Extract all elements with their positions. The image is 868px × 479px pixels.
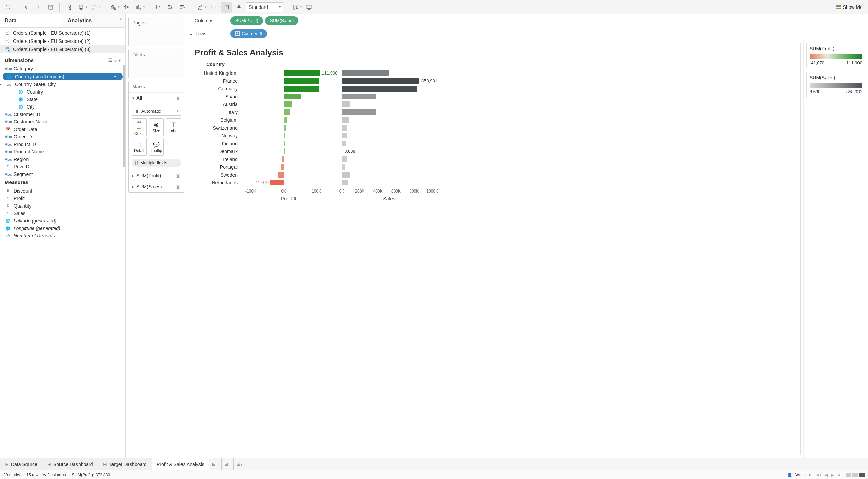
field-category[interactable]: AbcCategory: [0, 65, 125, 72]
size-button[interactable]: ◉Size: [149, 118, 164, 136]
tab-target-dashboard[interactable]: ⊞Target Dashboard: [98, 458, 152, 470]
presentation-icon[interactable]: [303, 2, 314, 13]
field-order-date[interactable]: 📅Order Date: [0, 126, 125, 133]
sales-bar[interactable]: [342, 100, 437, 108]
field-product-name[interactable]: AbcProduct Name: [0, 148, 125, 155]
sales-bar[interactable]: [342, 69, 437, 77]
profit-bar[interactable]: [241, 85, 336, 93]
profit-bar[interactable]: [241, 100, 336, 108]
profit-bar[interactable]: [241, 77, 336, 85]
profit-bar[interactable]: [241, 93, 336, 100]
pill-sum-sales[interactable]: SUM(Sales): [265, 16, 298, 25]
profit-bar[interactable]: [241, 116, 336, 124]
clear-sheet-icon[interactable]: [133, 2, 144, 13]
field-longitude[interactable]: 🌐Longitude (generated): [0, 225, 125, 232]
marks-all[interactable]: ▾All▯▯: [129, 92, 184, 103]
marks-sales[interactable]: ▸SUM(Sales)▯▯: [129, 181, 184, 192]
profit-bar[interactable]: [241, 171, 336, 179]
field-latitude[interactable]: 🌐Latitude (generated): [0, 217, 125, 225]
field-city[interactable]: 🌐City: [0, 103, 125, 111]
field-product-id[interactable]: AbcProduct ID: [0, 141, 125, 148]
group-icon[interactable]: [208, 2, 219, 13]
nav-first-icon[interactable]: ⏮: [816, 473, 822, 477]
filmstrip-view-icon[interactable]: [852, 473, 858, 477]
label-button[interactable]: ⊤Label: [166, 118, 181, 136]
sales-bar[interactable]: 858,931: [342, 77, 437, 85]
data-tab[interactable]: Data: [0, 14, 63, 27]
nav-next-icon[interactable]: ▶: [830, 473, 835, 477]
color-button[interactable]: Color: [132, 118, 147, 136]
field-row-id[interactable]: #Row ID: [0, 163, 125, 170]
viz-canvas[interactable]: Profit & Sales Analysis CountryUnited Ki…: [190, 43, 801, 455]
tab-data-source[interactable]: ⊞Data Source: [0, 458, 42, 470]
sales-bar[interactable]: [342, 108, 437, 116]
new-dashboard-tab-icon[interactable]: ⊞₊: [222, 458, 234, 470]
nav-prev-icon[interactable]: ◀: [823, 473, 829, 477]
pages-shelf[interactable]: Pages: [128, 17, 184, 46]
field-customer-name[interactable]: AbcCustomer Name: [0, 118, 125, 126]
highlight-icon[interactable]: [195, 2, 206, 13]
mark-type-dropdown[interactable]: ▯▯Automatic▾: [132, 106, 181, 116]
profit-bar[interactable]: [241, 147, 336, 155]
redo-icon[interactable]: [33, 2, 44, 13]
pill-sum-profit[interactable]: SUM(Profit): [230, 16, 263, 25]
sales-bar[interactable]: [342, 171, 437, 179]
sales-bar[interactable]: [342, 163, 437, 171]
menu-icon[interactable]: ▾: [119, 58, 121, 63]
field-order-id[interactable]: AbcOrder ID: [0, 133, 125, 141]
sales-bar[interactable]: [342, 116, 437, 124]
save-icon[interactable]: [45, 2, 56, 13]
undo-icon[interactable]: [21, 2, 32, 13]
user-dropdown[interactable]: 👤Admin▾: [784, 472, 813, 478]
field-profit[interactable]: #Profit: [0, 195, 125, 202]
profit-bar[interactable]: [241, 132, 336, 139]
tab-profit-sales[interactable]: Profit & Sales Analysis: [152, 458, 209, 470]
tab-source-dashboard[interactable]: ⊞Source Dashboard: [42, 458, 98, 470]
profit-bar[interactable]: [241, 124, 336, 132]
field-country-small[interactable]: 🌐Country (small regions): [3, 73, 123, 80]
profit-bar[interactable]: [241, 139, 336, 147]
field-discount[interactable]: #Discount: [0, 187, 125, 195]
sales-bar[interactable]: [342, 155, 437, 163]
detail-button[interactable]: ∷Detail: [132, 138, 147, 156]
profit-bar[interactable]: -41,070: [241, 179, 336, 186]
profit-bar[interactable]: [241, 163, 336, 171]
viz-title[interactable]: Profit & Sales Analysis: [193, 48, 797, 57]
pill-country[interactable]: +Country⇅: [230, 29, 267, 38]
field-segment[interactable]: AbcSegment: [0, 170, 125, 178]
new-worksheet-tab-icon[interactable]: ⊞₊: [209, 458, 222, 470]
scrollbar-thumb[interactable]: [123, 65, 125, 167]
refresh-icon[interactable]: [89, 2, 100, 13]
field-country[interactable]: 🌐Country: [0, 88, 125, 96]
field-num-records[interactable]: =#Number of Records: [0, 232, 125, 240]
field-quantity[interactable]: #Quantity: [0, 202, 125, 210]
field-customer-id[interactable]: AbcCustomer ID: [0, 111, 125, 118]
sales-bar[interactable]: [342, 85, 437, 93]
mark-field-multiple[interactable]: Multiple fields: [132, 159, 181, 167]
marks-profit[interactable]: ▸SUM(Profit)▯▯: [129, 170, 184, 181]
new-datasource-icon[interactable]: [63, 2, 74, 13]
sort-asc-icon[interactable]: [164, 2, 175, 13]
sales-bar[interactable]: [342, 124, 437, 132]
swap-icon[interactable]: [152, 2, 163, 13]
field-hierarchy[interactable]: ▾ₒ₀ₒCountry, State, City: [0, 81, 125, 88]
datasource-item[interactable]: Orders (Sample - EU Superstore) (2): [0, 37, 125, 45]
nav-last-icon[interactable]: ⏭: [836, 473, 843, 477]
sales-bar[interactable]: [342, 132, 437, 139]
analytics-tab[interactable]: Analytics: [63, 14, 125, 27]
profit-bar[interactable]: 111,900: [241, 69, 336, 77]
field-sales[interactable]: #Sales: [0, 210, 125, 217]
grid-view-icon[interactable]: [846, 473, 851, 477]
profit-bar[interactable]: [241, 108, 336, 116]
sort-desc-icon[interactable]: [177, 2, 188, 13]
legend-sales[interactable]: SUM(Sales) 8,638858,931: [806, 72, 865, 97]
columns-shelf[interactable]: ⦙⦙⦙Columns SUM(Profit) SUM(Sales): [187, 14, 868, 27]
new-worksheet-icon[interactable]: [108, 2, 119, 13]
filters-shelf[interactable]: Filters: [128, 49, 184, 78]
field-region[interactable]: AbcRegion: [0, 155, 125, 163]
sales-bar[interactable]: 8,638: [342, 147, 437, 155]
pause-data-icon[interactable]: [75, 2, 86, 13]
legend-profit[interactable]: SUM(Profit) -41,070111,900: [806, 43, 865, 68]
fit-dropdown[interactable]: Standard▾: [246, 2, 283, 12]
tooltip-button[interactable]: 💬Tooltip: [149, 138, 164, 156]
